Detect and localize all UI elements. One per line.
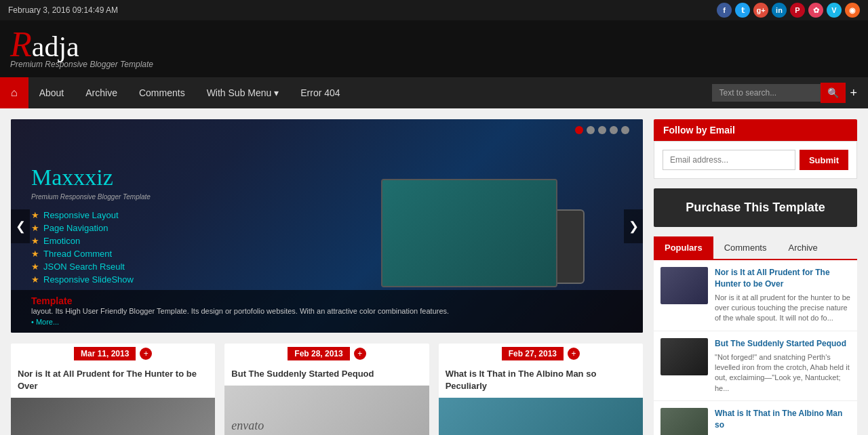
slider: Maxxxiz Premium Responsive Blogger Templ… [11,119,643,333]
post-1-thumbnail [11,398,215,435]
more-link[interactable]: • More... [31,318,59,326]
header: Radja Premium Responsive Blogger Templat… [0,20,868,77]
content-area: Maxxxiz Premium Responsive Blogger Templ… [11,119,643,435]
popular-post-2-text: But The Suddenly Started Pequod "Not for… [715,338,850,394]
follow-email-section: Follow by Email Submit [654,119,857,179]
tab-archive[interactable]: Archive [777,236,828,259]
nav-search: 🔍 + [712,83,868,103]
slider-dot-4[interactable] [610,126,618,134]
popular-post-1-excerpt: Nor is it at all prudent for the hunter … [715,293,850,324]
post-3-date: Feb 27, 2013 [502,347,564,360]
slider-content: Maxxxiz Premium Responsive Blogger Templ… [11,151,295,301]
post-1-date: Mar 11, 2013 [74,347,136,360]
logo-rest: adja [32,31,79,62]
popular-section: Populars Comments Archive Nor is It at A… [654,236,857,435]
google-plus-icon[interactable]: g+ [753,3,768,18]
popular-post-2-thumbnail [660,338,708,375]
slider-image: Maxxxiz Premium Responsive Blogger Templ… [11,119,643,333]
submit-button[interactable]: Submit [800,150,848,170]
post-3-title[interactable]: What is It That in The Albino Man so Pec… [439,368,643,398]
popular-post-3-text: What is It That in The Albino Man so [715,408,850,435]
nav-error-404[interactable]: Error 404 [290,78,351,108]
overlay-text: layout. Its High User Friendly Blogger T… [31,306,623,327]
slider-feature-1: ★ Responsive Layout [31,210,275,220]
slider-dot-1[interactable] [575,126,583,134]
popular-post-2: But The Suddenly Started Pequod "Not for… [654,331,857,401]
email-input[interactable] [663,150,795,170]
slider-dot-3[interactable] [598,126,606,134]
popular-post-1: Nor is It at All Prudent for The Hunter … [654,260,857,331]
slider-brand-sub: Premium Responsive Blogger Template [31,193,275,201]
tabs-bar: Populars Comments Archive [654,236,857,260]
desktop-mockup [381,179,557,287]
plus-button[interactable]: + [846,86,861,100]
post-1-plus[interactable]: + [140,348,152,360]
slider-dot-5[interactable] [621,126,629,134]
slider-feature-3: ★ Emoticon [31,236,275,246]
popular-post-1-thumbnail [660,267,708,304]
popular-post-1-title[interactable]: Nor is It at All Prudent for The Hunter … [715,267,850,290]
instagram-icon[interactable]: ✿ [808,3,823,18]
slider-feature-5: ★ JSON Search Rseult [31,262,275,272]
search-button[interactable]: 🔍 [821,83,846,103]
logo[interactable]: Radja Premium Responsive Blogger Templat… [10,27,153,69]
slider-prev-button[interactable]: ❮ [11,209,30,243]
popular-post-3: What is It That in The Albino Man so [654,401,857,435]
post-2-thumbnail: envato [224,386,429,435]
logo-r: R [10,25,32,64]
popular-post-1-text: Nor is It at All Prudent for The Hunter … [715,267,850,324]
post-2-date: Feb 28, 2013 [288,347,349,360]
logo-subtitle: Premium Responsive Blogger Template [10,60,153,69]
post-card-1: Mar 11, 2013 + Nor is It at All Prudent … [11,344,215,435]
post-card-3: Feb 27, 2013 + What is It That in The Al… [439,344,643,435]
main-content: Maxxxiz Premium Responsive Blogger Templ… [0,108,868,435]
topbar: February 3, 2016 09:14:49 AM f 𝕥 g+ in P… [0,0,868,20]
linkedin-icon[interactable]: in [772,3,787,18]
popular-post-3-thumbnail [660,408,708,435]
tab-populars[interactable]: Populars [654,236,713,259]
posts-row: Mar 11, 2013 + Nor is It at All Prudent … [11,344,643,435]
sidebar: Follow by Email Submit Purchase This Tem… [654,119,857,435]
slider-feature-4: ★ Thread Comment [31,249,275,259]
pinterest-icon[interactable]: P [790,3,805,18]
post-3-plus[interactable]: + [568,348,580,360]
nav-about[interactable]: About [28,78,75,108]
nav-sub-menu[interactable]: With Sub Menu ▾ [196,78,290,108]
logo-text: Radja [10,27,153,62]
post-card-2: Feb 28, 2013 + But The Suddenly Started … [224,344,429,435]
popular-post-3-title[interactable]: What is It That in The Albino Man so [715,408,850,431]
nav-home-button[interactable]: ⌂ [0,77,28,108]
nav-archive[interactable]: Archive [75,78,128,108]
social-icons: f 𝕥 g+ in P ✿ V ◉ [717,3,860,18]
post-3-date-bar: Feb 27, 2013 + [439,344,643,364]
rss-icon[interactable]: ◉ [845,3,860,18]
search-input[interactable] [712,84,821,102]
slider-feature-6: ★ Responsive SlideShow [31,274,275,285]
post-1-date-bar: Mar 11, 2013 + [11,344,215,364]
slider-next-button[interactable]: ❯ [624,209,643,243]
post-2-title[interactable]: But The Suddenly Started Pequod [224,368,429,386]
dropdown-arrow-icon: ▾ [274,87,279,98]
follow-input-row: Submit [663,150,848,170]
post-3-thumbnail [439,398,643,435]
follow-email-header: Follow by Email [654,119,857,141]
navbar: ⌂ About Archive Comments With Sub Menu ▾… [0,77,868,108]
slider-dots [575,126,629,134]
follow-email-box: Submit [654,141,857,179]
twitter-icon[interactable]: 𝕥 [735,3,750,18]
nav-comments[interactable]: Comments [128,78,196,108]
tab-comments[interactable]: Comments [713,236,778,259]
slider-dot-2[interactable] [587,126,595,134]
popular-post-2-title[interactable]: But The Suddenly Started Pequod [715,338,850,350]
post-1-title[interactable]: Nor is It at All Prudent for The Hunter … [11,368,215,398]
popular-post-2-excerpt: "Not forged!" and snatching Perth's leve… [715,352,850,394]
post-2-date-bar: Feb 28, 2013 + [224,344,429,364]
vimeo-icon[interactable]: V [827,3,842,18]
post-2-plus[interactable]: + [354,348,366,360]
facebook-icon[interactable]: f [717,3,732,18]
slider-feature-2: ★ Page Navigation [31,223,275,233]
envato-watermark: envato [231,419,264,433]
slider-brand: Maxxxiz [31,165,275,190]
datetime: February 3, 2016 09:14:49 AM [8,5,118,15]
purchase-button[interactable]: Purchase This Template [654,188,857,227]
